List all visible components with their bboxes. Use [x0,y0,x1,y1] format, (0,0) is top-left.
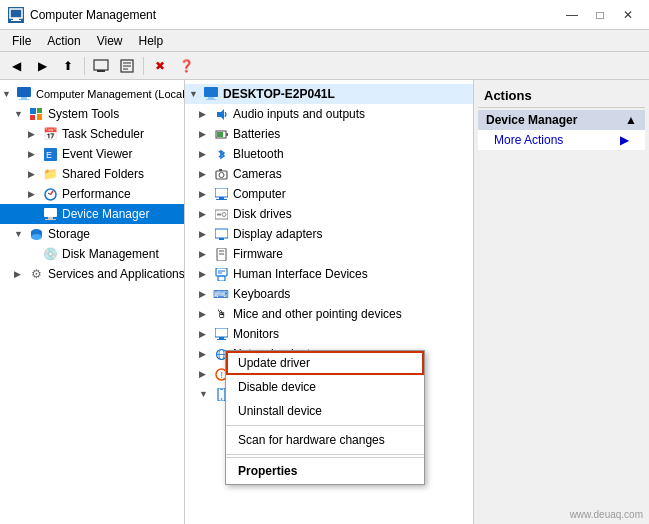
show-console-button[interactable] [89,55,113,77]
monitors-label: Monitors [233,327,279,341]
svg-point-41 [222,212,226,216]
tree-root[interactable]: ▼ Computer Management (Local [0,84,184,104]
left-panel: ▼ Computer Management (Local ▼ [0,80,185,524]
action-section-header[interactable]: Device Manager ▲ [478,110,645,130]
ctx-properties-header[interactable]: Properties [226,457,424,484]
toolbar: ◀ ▶ ⬆ ✖ ❓ [0,52,649,80]
firmware-arrow: ▶ [199,249,213,259]
tree-disk-management[interactable]: 💿 Disk Management [0,244,184,264]
watermark: www.deuaq.com [570,509,643,520]
tree-shared-folders[interactable]: ▶ 📁 Shared Folders [0,164,184,184]
svg-rect-22 [48,217,53,219]
tree-services[interactable]: ▶ ⚙ Services and Applications [0,264,184,284]
close-button[interactable]: ✕ [615,5,641,25]
dev-bluetooth[interactable]: ▶ Bluetooth [185,144,473,164]
shared-folders-arrow: ▶ [28,169,42,179]
tree-task-scheduler[interactable]: ▶ 📅 Task Scheduler [0,124,184,144]
tree-storage[interactable]: ▼ Storage [0,224,184,244]
dev-keyboards[interactable]: ▶ ⌨ Keyboards [185,284,473,304]
cameras-arrow: ▶ [199,169,213,179]
ctx-scan-hardware[interactable]: Scan for hardware changes [226,428,424,452]
menu-file[interactable]: File [4,32,39,50]
hid-arrow: ▶ [199,269,213,279]
svg-line-20 [48,193,51,195]
svg-line-19 [50,191,53,195]
svg-rect-53 [219,337,224,339]
right-panel: Actions Device Manager ▲ More Actions ▶ [474,80,649,524]
cameras-icon [213,166,229,182]
computer-management-label: Computer Management (Local [36,88,185,100]
properties-button[interactable] [115,55,139,77]
dev-audio[interactable]: ▶ Audio inputs and outputs [185,104,473,124]
svg-rect-38 [219,197,224,199]
svg-rect-44 [219,238,224,240]
svg-rect-4 [97,70,105,72]
dev-cameras[interactable]: ▶ Cameras [185,164,473,184]
svg-rect-1 [13,18,19,20]
dev-display[interactable]: ▶ Display adapters [185,224,473,244]
tree-device-manager[interactable]: Device Manager [0,204,184,224]
task-scheduler-label: Task Scheduler [62,127,144,141]
batteries-arrow: ▶ [199,129,213,139]
other-arrow: ▶ [199,369,213,379]
ctx-update-driver[interactable]: Update driver [226,351,424,375]
shared-folders-icon: 📁 [42,166,58,182]
svg-rect-33 [217,132,223,137]
performance-icon [42,186,58,202]
display-icon [213,226,229,242]
menu-help[interactable]: Help [131,32,172,50]
ctx-uninstall-device[interactable]: Uninstall device [226,399,424,423]
tree-system-tools[interactable]: ▼ System Tools [0,104,184,124]
svg-rect-9 [17,87,31,97]
mid-panel: ▼ DESKTOP-E2P041L ▶ Audio inputs and out… [185,80,474,524]
dev-monitors[interactable]: ▶ Monitors [185,324,473,344]
task-scheduler-arrow: ▶ [28,129,42,139]
services-label: Services and Applications [48,267,185,281]
system-tools-label: System Tools [48,107,119,121]
dev-hid[interactable]: ▶ Human Interface Devices [185,264,473,284]
firmware-icon [213,246,229,262]
system-tools-icon [28,106,44,122]
maximize-button[interactable]: □ [587,5,613,25]
svg-rect-28 [208,97,214,99]
action-section-title: Device Manager [486,113,577,127]
desktop-header[interactable]: ▼ DESKTOP-E2P041L [185,84,473,104]
bluetooth-icon [213,146,229,162]
svg-text:!: ! [220,370,223,380]
desktop-arrow: ▼ [189,89,203,99]
system-tools-arrow: ▼ [14,109,28,119]
dev-mice[interactable]: ▶ 🖱 Mice and other pointing devices [185,304,473,324]
batteries-label: Batteries [233,127,280,141]
root-arrow: ▼ [2,89,16,99]
context-menu: Update driver Disable device Uninstall d… [225,350,425,485]
device-manager-label: Device Manager [62,207,149,221]
ctx-disable-device[interactable]: Disable device [226,375,424,399]
more-actions-link[interactable]: More Actions ▶ [478,130,645,150]
hid-icon [213,266,229,282]
up-button[interactable]: ⬆ [56,55,80,77]
minimize-button[interactable]: — [559,5,585,25]
forward-button[interactable]: ▶ [30,55,54,77]
shared-folders-label: Shared Folders [62,167,144,181]
delete-button[interactable]: ✖ [148,55,172,77]
dev-firmware[interactable]: ▶ Firmware [185,244,473,264]
help-button[interactable]: ❓ [174,55,198,77]
menu-view[interactable]: View [89,32,131,50]
ctx-separator-2 [226,454,424,455]
toolbar-separator-1 [84,57,85,75]
svg-rect-11 [19,99,29,100]
performance-arrow: ▶ [28,189,42,199]
event-viewer-arrow: ▶ [28,149,42,159]
svg-marker-30 [217,109,224,120]
keyboards-arrow: ▶ [199,289,213,299]
disk-drives-label: Disk drives [233,207,292,221]
storage-arrow: ▼ [14,229,28,239]
dev-computer[interactable]: ▶ Computer [185,184,473,204]
back-button[interactable]: ◀ [4,55,28,77]
tree-event-viewer[interactable]: ▶ E Event Viewer [0,144,184,164]
portable-arrow: ▼ [199,389,213,399]
menu-action[interactable]: Action [39,32,88,50]
dev-batteries[interactable]: ▶ Batteries [185,124,473,144]
tree-performance[interactable]: ▶ Performance [0,184,184,204]
dev-disk-drives[interactable]: ▶ Disk drives [185,204,473,224]
